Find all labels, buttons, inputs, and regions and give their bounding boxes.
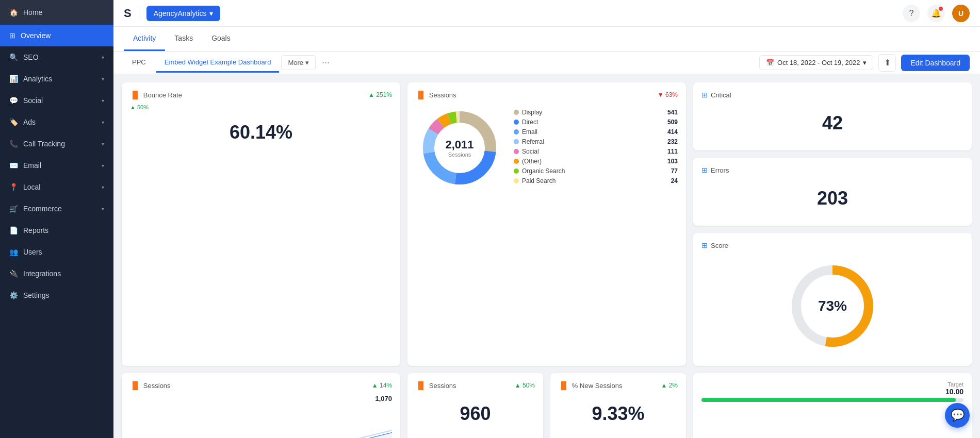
new-sessions-card: ▐▌ % New Sessions ▲ 2% 9.33%	[550, 373, 686, 438]
new-sessions-title: ▐▌ % New Sessions	[559, 381, 622, 390]
tab-activity[interactable]: Activity	[124, 27, 165, 51]
sidebar-home-label: Home	[23, 8, 42, 16]
sidebar-label-ecommerce: Ecommerce	[23, 205, 62, 213]
sidebar-item-email[interactable]: ✉️ Email ▾	[0, 155, 113, 176]
legend-dot-organic	[514, 169, 519, 174]
sidebar-item-overview[interactable]: ⊞ Overview	[0, 25, 113, 46]
sidebar-item-ads[interactable]: 🏷️ Ads ▾	[0, 111, 113, 133]
bounce-rate-header: ▐▌ Bounce Rate ▲ 251%	[130, 91, 392, 99]
chat-button[interactable]: 💬	[945, 403, 970, 428]
legend-value-organic: 77	[671, 167, 678, 175]
question-icon: ?	[909, 9, 914, 18]
shopping-cart-icon: 🛒	[9, 205, 18, 213]
avatar[interactable]: U	[952, 5, 970, 22]
line-chart-card: ▐▌ Sessions ▲ 14% 1,070 19 Oct	[122, 373, 400, 438]
score-title: ⊞ Score	[701, 241, 728, 249]
legend-value-paid: 24	[671, 177, 678, 184]
sidebar-item-local[interactable]: 📍 Local ▾	[0, 176, 113, 198]
avatar-initials: U	[958, 9, 963, 18]
more-options-button[interactable]: ···	[318, 55, 334, 70]
sidebar-item-home[interactable]: 🏠 Home	[0, 0, 113, 25]
new-sessions-badge: ▲ 2%	[661, 382, 678, 389]
chevron-down-icon: ▾	[102, 184, 104, 190]
grid-icon-score: ⊞	[701, 241, 708, 249]
critical-value: 42	[701, 104, 963, 142]
sidebar-item-social[interactable]: 💬 Social ▾	[0, 90, 113, 111]
main-content: S AgencyAnalytics ▾ ? 🔔 U Activity	[113, 0, 980, 438]
bar-chart-icon-line: ▐▌	[130, 381, 140, 390]
legend-item-referral: Referral 232	[514, 138, 678, 145]
legend-label-organic: Organic Search	[522, 167, 565, 175]
sidebar-item-seo[interactable]: 🔍 SEO ▾	[0, 46, 113, 68]
sidebar-item-call-tracking[interactable]: 📞 Call Tracking ▾	[0, 133, 113, 155]
sidebar: 🏠 Home ⊞ Overview 🔍 SEO ▾ 📊 Analytics ▾ …	[0, 0, 113, 438]
legend-dot-display	[514, 110, 519, 115]
sidebar-label-ads: Ads	[23, 118, 36, 126]
bar-icon-new-sessions: ▐▌	[559, 381, 569, 390]
errors-header: ⊞ Errors	[701, 166, 963, 174]
bounce-rate-value: 60.14%	[130, 113, 392, 151]
dashboard-tabs-bar: PPC Embed Widget Example Dashboard More …	[113, 52, 980, 74]
legend-item-paid: Paid Search 24	[514, 177, 678, 184]
notifications-button[interactable]: 🔔	[927, 5, 945, 22]
agency-analytics-button[interactable]: AgencyAnalytics ▾	[146, 6, 221, 21]
score-header: ⊞ Score	[701, 241, 963, 249]
analytics-icon: 📊	[9, 75, 18, 83]
tab-activity-label: Activity	[133, 34, 156, 42]
plug-icon: 🔌	[9, 269, 18, 278]
sidebar-item-ecommerce[interactable]: 🛒 Ecommerce ▾	[0, 198, 113, 220]
more-button[interactable]: More ▾	[281, 55, 316, 70]
help-button[interactable]: ?	[903, 5, 920, 22]
edit-dashboard-button[interactable]: Edit Dashboard	[901, 55, 970, 71]
chevron-down-icon: ▾	[305, 59, 309, 66]
tab-goals-label: Goals	[211, 34, 231, 42]
grid-icon-critical: ⊞	[701, 91, 708, 99]
sidebar-label-seo: SEO	[23, 53, 39, 61]
critical-label: Critical	[711, 91, 731, 99]
tab-ppc[interactable]: PPC	[124, 53, 154, 73]
sidebar-label-integrations: Integrations	[23, 269, 61, 278]
tab-goals[interactable]: Goals	[202, 27, 240, 51]
line-svg	[130, 405, 392, 438]
score-donut-wrap: 73%	[786, 260, 879, 352]
chat-icon: 💬	[951, 409, 965, 422]
legend-value-referral: 232	[667, 138, 678, 145]
share-button[interactable]: ⬆	[878, 54, 896, 72]
new-sessions-label: % New Sessions	[572, 382, 623, 390]
chevron-down-icon: ▾	[102, 120, 104, 125]
sidebar-item-users[interactable]: 👥 Users	[0, 241, 113, 263]
sidebar-item-settings[interactable]: ⚙️ Settings	[0, 284, 113, 306]
legend-value-display: 541	[667, 109, 678, 116]
chevron-down-icon: ▾	[102, 98, 104, 104]
progress-left-target-header: Target 10.00	[701, 381, 963, 396]
grid-icon-errors: ⊞	[701, 166, 708, 174]
progress-left-fill	[701, 398, 956, 402]
sessions-donut-header: ▐▌ Sessions ▼ 63%	[416, 91, 678, 99]
legend-item-organic: Organic Search 77	[514, 167, 678, 175]
legend-value-direct: 509	[667, 119, 678, 126]
new-sessions-badge-value: ▲ 2%	[661, 382, 678, 389]
sidebar-item-integrations[interactable]: 🔌 Integrations	[0, 263, 113, 284]
legend-value-other: 103	[667, 158, 678, 165]
sidebar-label-users: Users	[23, 248, 42, 256]
sidebar-item-reports[interactable]: 📄 Reports	[0, 220, 113, 241]
tab-embed-widget[interactable]: Embed Widget Example Dashboard	[156, 53, 280, 73]
tab-tasks[interactable]: Tasks	[165, 27, 202, 51]
social-icon: 💬	[9, 96, 18, 105]
agency-label: AgencyAnalytics	[154, 9, 207, 18]
map-pin-icon: 📍	[9, 183, 18, 191]
bounce-rate-title: ▐▌ Bounce Rate	[130, 91, 182, 99]
date-range-picker[interactable]: 📅 Oct 18, 2022 - Oct 19, 2022 ▾	[759, 55, 873, 70]
topbar: S AgencyAnalytics ▾ ? 🔔 U	[113, 0, 980, 27]
sessions-donut-chart: 2,011 Sessions	[416, 104, 503, 192]
donut-center: 2,011 Sessions	[445, 138, 473, 158]
bounce-rate-badge-value: ▲ 251%	[368, 91, 392, 98]
score-label: Score	[711, 242, 728, 249]
topbar-right: ? 🔔 U	[903, 5, 970, 22]
legend-dot-referral	[514, 139, 519, 144]
line-chart-area: 19 Oct	[130, 405, 392, 438]
bar-icon-sessions-small: ▐▌	[416, 381, 426, 390]
legend-item-direct: Direct 509	[514, 119, 678, 126]
donut-center-value: 2,011	[445, 138, 473, 151]
sidebar-item-analytics[interactable]: 📊 Analytics ▾	[0, 68, 113, 90]
